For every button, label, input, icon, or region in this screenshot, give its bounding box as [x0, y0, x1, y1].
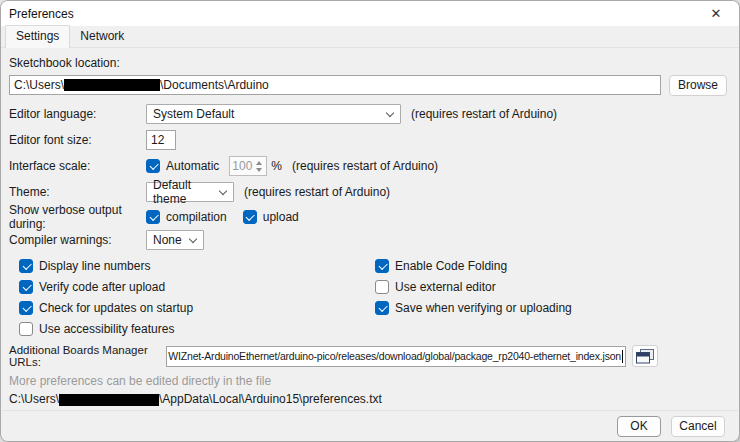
redacted-username	[59, 394, 159, 406]
boards-manager-urls-input[interactable]: WIZnet-ArduinoEthernet/arduino-pico/rele…	[166, 346, 626, 367]
chevron-down-icon	[189, 234, 197, 242]
editor-language-label: Editor language:	[9, 107, 146, 121]
close-icon: ✕	[711, 6, 722, 21]
compilation-checkbox[interactable]	[146, 210, 160, 224]
text-caret	[622, 350, 623, 363]
use-external-editor-label: Use external editor	[395, 280, 496, 294]
sketchbook-location-label: Sketchbook location:	[9, 56, 731, 72]
cancel-button[interactable]: Cancel	[671, 416, 725, 437]
enable-code-folding-checkbox[interactable]	[375, 259, 389, 273]
interface-scale-note: (requires restart of Arduino)	[292, 159, 438, 173]
sketchbook-path-prefix: C:\Users\	[14, 78, 64, 92]
verify-code-after-upload-label: Verify code after upload	[39, 280, 165, 294]
settings-panel: Sketchbook location: C:\Users\\Documents…	[1, 56, 739, 425]
editor-font-size-input[interactable]: 12	[146, 130, 176, 150]
use-accessibility-features-checkbox[interactable]	[19, 322, 33, 336]
editor-language-value: System Default	[153, 107, 234, 121]
sketchbook-location-input[interactable]: C:\Users\\Documents\Arduino	[9, 75, 661, 95]
display-line-numbers-checkbox[interactable]	[19, 259, 33, 273]
editor-language-note: (requires restart of Arduino)	[411, 107, 557, 121]
ok-button[interactable]: OK	[617, 416, 661, 437]
tab-settings[interactable]: Settings	[5, 25, 70, 48]
scale-value: 100	[230, 159, 254, 173]
editor-font-size-label: Editor font size:	[9, 133, 146, 147]
close-button[interactable]: ✕	[701, 3, 731, 24]
browse-button[interactable]: Browse	[669, 75, 727, 96]
upload-checkbox-label: upload	[263, 210, 299, 224]
boards-manager-urls-label: Additional Boards Manager URLs:	[9, 344, 166, 368]
redacted-username	[64, 79, 160, 91]
compilation-checkbox-label: compilation	[166, 210, 227, 224]
tab-network[interactable]: Network	[70, 26, 134, 47]
theme-note: (requires restart of Arduino)	[244, 185, 390, 199]
window-title: Preferences	[9, 7, 701, 21]
preferences-path-prefix: C:\Users\	[9, 392, 59, 406]
boards-manager-urls-value: WIZnet-ArduinoEthernet/arduino-pico/rele…	[168, 350, 621, 362]
chevron-down-icon	[219, 186, 227, 194]
save-when-verifying-checkbox[interactable]	[375, 301, 389, 315]
new-window-icon	[636, 349, 654, 364]
theme-select[interactable]: Default theme	[146, 182, 234, 202]
sketchbook-path-suffix: \Documents\Arduino	[160, 78, 269, 92]
more-preferences-note: More preferences can be edited directly …	[9, 374, 731, 388]
theme-label: Theme:	[9, 185, 146, 199]
theme-value: Default theme	[153, 178, 216, 206]
open-urls-dialog-button[interactable]	[632, 345, 658, 367]
editor-language-select[interactable]: System Default	[146, 104, 401, 124]
compiler-warnings-label: Compiler warnings:	[9, 233, 146, 247]
chevron-down-icon	[386, 108, 394, 116]
use-accessibility-features-label: Use accessibility features	[39, 322, 174, 336]
compiler-warnings-select[interactable]: None	[146, 230, 204, 250]
title-bar: Preferences ✕	[1, 1, 739, 26]
compiler-warnings-value: None	[153, 233, 182, 247]
verify-code-after-upload-checkbox[interactable]	[19, 280, 33, 294]
check-for-updates-checkbox[interactable]	[19, 301, 33, 315]
automatic-scale-checkbox[interactable]	[146, 159, 160, 173]
interface-scale-label: Interface scale:	[9, 159, 146, 173]
save-when-verifying-label: Save when verifying or uploading	[395, 301, 572, 315]
automatic-scale-checkbox-label: Automatic	[166, 159, 219, 173]
tab-strip: Settings Network	[1, 26, 739, 48]
percent-sign: %	[271, 159, 282, 173]
spinner-arrows-icon	[254, 161, 266, 172]
preferences-file-path: C:\Users\\AppData\Local\Arduino15\prefer…	[9, 392, 731, 407]
scale-value-spinner[interactable]: 100	[229, 156, 267, 176]
check-for-updates-label: Check for updates on startup	[39, 301, 193, 315]
verbose-output-label: Show verbose output during:	[9, 203, 146, 231]
preferences-path-suffix: \AppData\Local\Arduino15\preferences.txt	[159, 392, 382, 406]
display-line-numbers-label: Display line numbers	[39, 259, 150, 273]
use-external-editor-checkbox[interactable]	[375, 280, 389, 294]
preferences-dialog: Preferences ✕ Settings Network Sketchboo…	[0, 0, 740, 442]
dialog-button-bar: OK Cancel	[2, 410, 738, 441]
enable-code-folding-label: Enable Code Folding	[395, 259, 507, 273]
upload-checkbox[interactable]	[243, 210, 257, 224]
